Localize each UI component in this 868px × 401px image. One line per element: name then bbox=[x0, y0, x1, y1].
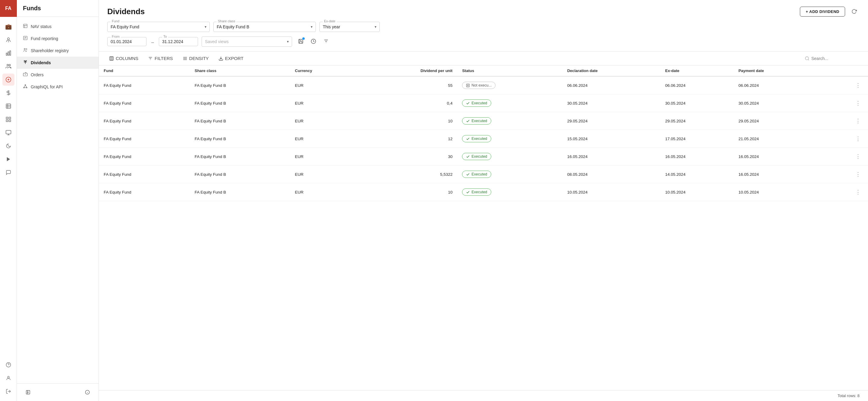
status-badge: Executed bbox=[462, 99, 491, 107]
cell-ex-date: 10.05.2024 bbox=[660, 183, 734, 201]
columns-button[interactable]: COLUMNS bbox=[107, 55, 140, 62]
search-box[interactable] bbox=[805, 56, 860, 61]
save-filter-btn[interactable] bbox=[296, 36, 306, 47]
message-icon[interactable] bbox=[2, 166, 14, 179]
cell-row-actions[interactable]: ⋮ bbox=[819, 76, 868, 94]
ex-date-filter[interactable]: Ex-date This year ▾ bbox=[319, 22, 380, 32]
ex-date-filter-inner[interactable]: This year ▾ bbox=[320, 22, 379, 32]
cell-row-actions[interactable]: ⋮ bbox=[819, 112, 868, 130]
row-menu-button[interactable]: ⋮ bbox=[853, 152, 863, 161]
share-class-filter[interactable]: Share class FA Equity Fund B ▾ bbox=[213, 22, 316, 32]
cell-currency: EUR bbox=[290, 112, 356, 130]
from-date-inner[interactable]: 01.01.2024 bbox=[107, 37, 146, 46]
filters-button[interactable]: FILTERS bbox=[146, 55, 175, 62]
cell-dividend: 10 bbox=[355, 112, 457, 130]
table-icon[interactable] bbox=[2, 100, 14, 112]
to-date-value: 31.12.2024 bbox=[162, 39, 195, 44]
share-class-filter-value: FA Equity Fund B bbox=[217, 24, 308, 29]
briefcase-icon[interactable]: 💼 bbox=[2, 21, 14, 33]
sidebar-item-graphiql[interactable]: GraphiQL for API bbox=[17, 81, 98, 93]
cell-row-actions[interactable]: ⋮ bbox=[819, 130, 868, 148]
sidebar-item-nav-status[interactable]: NAV status bbox=[17, 21, 98, 33]
to-date-filter[interactable]: To 31.12.2024 bbox=[159, 37, 198, 46]
density-button[interactable]: DENSITY bbox=[181, 55, 211, 62]
cell-share-class: FA Equity Fund B bbox=[190, 165, 290, 183]
cell-declaration-date: 06.06.2024 bbox=[562, 76, 660, 94]
orders-icon bbox=[23, 72, 28, 78]
sidebar-item-shareholder-registry[interactable]: Shareholder registry bbox=[17, 44, 98, 57]
grid-icon[interactable] bbox=[2, 113, 14, 125]
saved-views-inner[interactable]: Saved views ▾ bbox=[202, 37, 292, 47]
svg-rect-3 bbox=[8, 52, 9, 56]
svg-point-40 bbox=[25, 85, 26, 85]
row-menu-button[interactable]: ⋮ bbox=[853, 170, 863, 179]
cell-ex-date: 06.06.2024 bbox=[660, 76, 734, 94]
cell-row-actions[interactable]: ⋮ bbox=[819, 183, 868, 201]
icon-rail: FA 💼 $ bbox=[0, 0, 17, 401]
sidebar-collapse-btn[interactable] bbox=[23, 387, 33, 397]
chart-icon[interactable] bbox=[2, 47, 14, 59]
search-input[interactable] bbox=[811, 56, 860, 61]
svg-rect-67 bbox=[467, 84, 470, 87]
app-logo[interactable]: FA bbox=[0, 0, 17, 17]
add-dividend-button[interactable]: + ADD DIVIDEND bbox=[800, 7, 845, 17]
cell-declaration-date: 29.05.2024 bbox=[562, 112, 660, 130]
person-icon[interactable] bbox=[2, 372, 14, 384]
sidebar-item-fund-reporting[interactable]: Fund reporting bbox=[17, 33, 98, 44]
moon-icon[interactable] bbox=[2, 140, 14, 152]
play-icon[interactable] bbox=[2, 153, 14, 165]
person-screen-icon[interactable] bbox=[2, 127, 14, 139]
col-ex-date: Ex-date bbox=[660, 65, 734, 76]
cell-row-actions[interactable]: ⋮ bbox=[819, 94, 868, 112]
columns-label: COLUMNS bbox=[116, 56, 138, 61]
cell-row-actions[interactable]: ⋮ bbox=[819, 165, 868, 183]
share-class-filter-inner[interactable]: FA Equity Fund B ▾ bbox=[214, 22, 315, 32]
dividends-rail-icon[interactable] bbox=[2, 73, 14, 86]
sidebar: Funds NAV status Fund reporting Sharehol… bbox=[17, 0, 99, 401]
col-dividend-per-unit: Dividend per unit bbox=[355, 65, 457, 76]
row-menu-button[interactable]: ⋮ bbox=[853, 116, 863, 125]
fund-filter[interactable]: Fund FA Equity Fund ▾ bbox=[107, 22, 210, 32]
cell-ex-date: 29.05.2024 bbox=[660, 112, 734, 130]
cell-dividend: 55 bbox=[355, 76, 457, 94]
dollar-icon[interactable] bbox=[2, 87, 14, 99]
saved-views-filter[interactable]: Saved views ▾ bbox=[202, 36, 292, 47]
cell-row-actions[interactable]: ⋮ bbox=[819, 148, 868, 165]
user-money-icon[interactable]: $ bbox=[2, 34, 14, 46]
history-filter-btn[interactable] bbox=[308, 36, 318, 47]
fund-filter-inner[interactable]: FA Equity Fund ▾ bbox=[107, 22, 210, 32]
share-class-filter-label: Share class bbox=[217, 19, 236, 23]
sidebar-nav: NAV status Fund reporting Shareholder re… bbox=[17, 17, 98, 383]
nav-status-icon bbox=[23, 24, 28, 30]
cell-currency: EUR bbox=[290, 76, 356, 94]
cell-currency: EUR bbox=[290, 165, 356, 183]
to-date-inner[interactable]: 31.12.2024 bbox=[159, 37, 198, 46]
row-menu-button[interactable]: ⋮ bbox=[853, 134, 863, 143]
svg-point-68 bbox=[467, 85, 468, 86]
sidebar-info-btn[interactable] bbox=[82, 387, 93, 397]
cell-fund: FA Equity Fund bbox=[99, 183, 190, 201]
fund-reporting-icon bbox=[23, 36, 28, 41]
sidebar-item-dividends[interactable]: Dividends bbox=[17, 57, 98, 69]
row-menu-button[interactable]: ⋮ bbox=[853, 81, 863, 90]
cell-share-class: FA Equity Fund B bbox=[190, 148, 290, 165]
cell-ex-date: 17.05.2024 bbox=[660, 130, 734, 148]
cell-payment-date: 10.05.2024 bbox=[734, 183, 819, 201]
from-date-filter[interactable]: From 01.01.2024 bbox=[107, 37, 147, 46]
saved-views-chevron-icon: ▾ bbox=[287, 39, 289, 44]
cell-dividend: 5,5322 bbox=[355, 165, 457, 183]
cell-payment-date: 16.05.2024 bbox=[734, 148, 819, 165]
refresh-button[interactable] bbox=[849, 6, 860, 17]
logout-icon[interactable] bbox=[2, 385, 14, 397]
sidebar-item-orders[interactable]: Orders bbox=[17, 69, 98, 81]
question-icon[interactable] bbox=[2, 359, 14, 371]
cell-share-class: FA Equity Fund B bbox=[190, 183, 290, 201]
row-menu-button[interactable]: ⋮ bbox=[853, 188, 863, 196]
svg-rect-17 bbox=[6, 120, 8, 122]
from-date-value: 01.01.2024 bbox=[111, 39, 143, 44]
row-menu-button[interactable]: ⋮ bbox=[853, 99, 863, 107]
advanced-filter-btn[interactable] bbox=[321, 36, 331, 47]
shareholders-icon[interactable] bbox=[2, 60, 14, 72]
rail-bottom bbox=[2, 355, 14, 401]
export-button[interactable]: EXPORT bbox=[217, 55, 245, 62]
